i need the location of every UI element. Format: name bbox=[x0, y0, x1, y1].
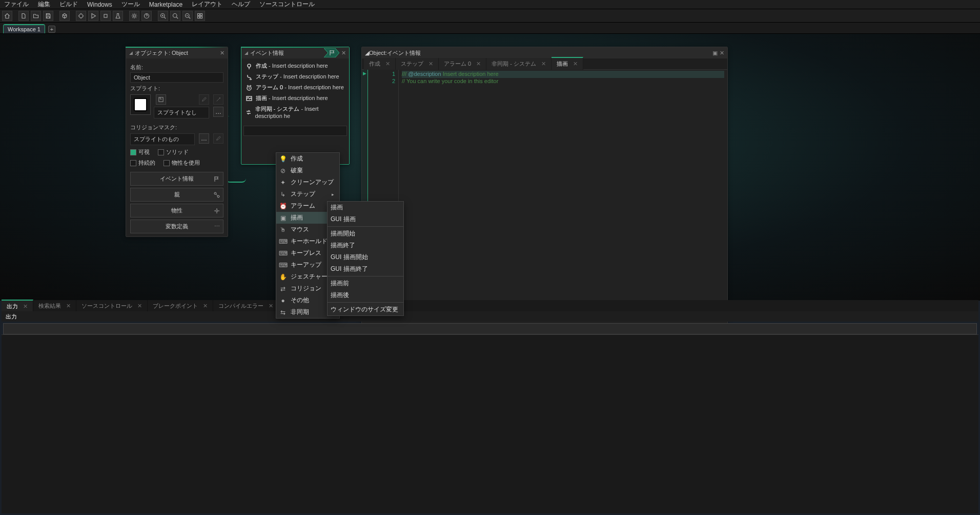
close-icon[interactable]: ✕ bbox=[269, 303, 273, 309]
sub-gui-draw[interactable]: GUI 描画 bbox=[328, 213, 403, 225]
menu-source[interactable]: ソースコントロール bbox=[259, 0, 315, 9]
visible-checkbox[interactable]: 可視 bbox=[130, 148, 150, 156]
output-body[interactable] bbox=[2, 334, 978, 513]
close-icon[interactable]: ✕ bbox=[476, 61, 481, 67]
open-button[interactable] bbox=[31, 11, 41, 21]
close-icon[interactable]: ✕ bbox=[203, 303, 208, 309]
code-editor[interactable]: /// @description Insert description here… bbox=[399, 70, 727, 313]
event-create[interactable]: 作成 - Insert description here bbox=[243, 61, 347, 71]
collision-icon: ⇄ bbox=[279, 285, 287, 292]
sprite-more-button[interactable]: … bbox=[213, 107, 223, 117]
close-icon[interactable]: ✕ bbox=[341, 50, 346, 56]
close-icon[interactable]: ✕ bbox=[23, 303, 28, 310]
code-tab-async[interactable]: 非同期 - システム✕ bbox=[486, 58, 552, 70]
events-panel-header[interactable]: ◢ イベント情報 ✕ bbox=[241, 47, 349, 58]
add-event-bar[interactable] bbox=[243, 126, 347, 136]
package-button[interactable] bbox=[59, 11, 70, 21]
close-icon[interactable]: ✕ bbox=[385, 61, 390, 67]
collapse-icon[interactable]: ◢ bbox=[365, 50, 369, 56]
close-icon[interactable]: ✕ bbox=[428, 61, 433, 67]
physics-button[interactable]: 物性 bbox=[130, 204, 223, 217]
dock-filter-input[interactable] bbox=[3, 323, 977, 334]
menu-build[interactable]: ビルド bbox=[59, 0, 78, 9]
sprite-pick-button[interactable] bbox=[213, 94, 223, 105]
code-panel-header[interactable]: ◢ Object:イベント情報 ▣ ✕ bbox=[362, 47, 727, 58]
workspace[interactable]: ◢ オブジェクト: Object ✕ 名前: Object スプライト: ス bbox=[0, 34, 980, 301]
sprite-new-button[interactable] bbox=[156, 94, 166, 105]
save-button[interactable] bbox=[43, 11, 53, 21]
zoom-reset-button[interactable] bbox=[170, 11, 180, 21]
dock-tab-source[interactable]: ソースコントロール✕ bbox=[76, 300, 148, 312]
code-tab-create[interactable]: 作成✕ bbox=[364, 58, 396, 70]
event-async[interactable]: 非同期 - システム - Insert description he bbox=[243, 104, 347, 121]
menu-edit[interactable]: 編集 bbox=[38, 0, 50, 9]
sprite-edit-button[interactable] bbox=[199, 94, 209, 105]
object-panel-header[interactable]: ◢ オブジェクト: Object ✕ bbox=[126, 47, 228, 58]
dock-tab-breakpoints[interactable]: ブレークポイント✕ bbox=[148, 300, 213, 312]
help-button[interactable] bbox=[141, 11, 152, 21]
event-step[interactable]: ステップ - Insert description here bbox=[243, 71, 347, 82]
zoom-in-button[interactable] bbox=[158, 11, 168, 21]
dock-tab-output[interactable]: 出力✕ bbox=[2, 300, 33, 312]
sub-gui-draw-end[interactable]: GUI 描画終了 bbox=[328, 263, 403, 275]
close-icon[interactable]: ✕ bbox=[137, 303, 142, 309]
sub-gui-draw-begin[interactable]: GUI 描画開始 bbox=[328, 251, 403, 263]
menu-tools[interactable]: ツール bbox=[121, 0, 140, 9]
stop-button[interactable] bbox=[100, 11, 111, 21]
sub-draw-end[interactable]: 描画終了 bbox=[328, 240, 403, 251]
object-name-input[interactable]: Object bbox=[130, 72, 223, 83]
detach-icon[interactable]: ▣ bbox=[712, 50, 718, 56]
ctx-create[interactable]: 💡作成 bbox=[276, 153, 339, 165]
sub-draw-begin[interactable]: 描画開始 bbox=[328, 228, 403, 240]
snap-button[interactable] bbox=[195, 11, 205, 21]
code-tab-step[interactable]: ステップ✕ bbox=[396, 58, 439, 70]
event-alarm[interactable]: アラーム 0 - Insert description here bbox=[243, 82, 347, 93]
solid-checkbox[interactable]: ソリッド bbox=[158, 148, 189, 156]
dock-tab-compile-errors[interactable]: コンパイルエラー✕ bbox=[213, 300, 279, 312]
close-icon[interactable]: ✕ bbox=[573, 61, 578, 67]
physics-checkbox[interactable]: 物性を使用 bbox=[164, 159, 200, 167]
code-tab-draw[interactable]: 描画✕ bbox=[552, 57, 583, 70]
sub-window-resize[interactable]: ウィンドウのサイズ変更 bbox=[328, 304, 403, 315]
events-button[interactable]: イベント情報 bbox=[130, 172, 223, 186]
sprite-name-field[interactable]: スプライトなし bbox=[154, 107, 209, 118]
sprite-thumb[interactable] bbox=[130, 94, 151, 115]
dock-tab-search[interactable]: 検索結果✕ bbox=[33, 300, 76, 312]
debug-button[interactable] bbox=[76, 11, 86, 21]
vars-button[interactable]: 変数定義⋯ bbox=[130, 220, 223, 233]
sub-post-draw[interactable]: 描画後 bbox=[328, 289, 403, 301]
collision-mask-field[interactable]: スプライトのもの bbox=[130, 133, 195, 145]
ctx-destroy[interactable]: ⊘破棄 bbox=[276, 165, 339, 176]
parent-button[interactable]: 親 bbox=[130, 188, 223, 202]
collision-more-button[interactable]: … bbox=[199, 133, 209, 144]
sub-pre-draw[interactable]: 描画前 bbox=[328, 278, 403, 289]
menu-layout[interactable]: レイアウト bbox=[192, 0, 222, 9]
menu-windows[interactable]: Windows bbox=[87, 1, 112, 8]
clean-button[interactable] bbox=[113, 11, 123, 21]
close-icon[interactable]: ✕ bbox=[220, 50, 224, 56]
ctx-cleanup[interactable]: ✦クリーンアップ bbox=[276, 176, 339, 188]
collapse-icon[interactable]: ◢ bbox=[244, 50, 248, 55]
collision-edit-button[interactable] bbox=[213, 133, 223, 144]
close-icon[interactable]: ✕ bbox=[66, 303, 71, 309]
close-icon[interactable]: ✕ bbox=[541, 61, 546, 67]
add-workspace-button[interactable]: + bbox=[48, 26, 55, 33]
settings-button[interactable] bbox=[129, 11, 139, 21]
menu-marketplace[interactable]: Marketplace bbox=[149, 1, 182, 8]
collapse-icon[interactable]: ◢ bbox=[129, 50, 133, 55]
zoom-out-button[interactable] bbox=[182, 11, 193, 21]
ctx-step[interactable]: ↳ステップ▸ bbox=[276, 188, 339, 200]
event-draw[interactable]: 描画 - Insert description here bbox=[243, 93, 347, 104]
persistent-checkbox[interactable]: 持続的 bbox=[130, 159, 155, 167]
svg-point-2 bbox=[133, 14, 136, 17]
workspace-tab[interactable]: Workspace 1 bbox=[3, 24, 45, 33]
new-button[interactable] bbox=[18, 11, 29, 21]
code-tabs: 作成✕ ステップ✕ アラーム 0✕ 非同期 - システム✕ 描画✕ bbox=[362, 58, 727, 70]
close-icon[interactable]: ✕ bbox=[720, 50, 724, 56]
home-button[interactable] bbox=[2, 11, 12, 21]
sub-draw[interactable]: 描画 bbox=[328, 202, 403, 213]
menu-file[interactable]: ファイル bbox=[4, 0, 29, 9]
menu-help[interactable]: ヘルプ bbox=[232, 0, 250, 9]
run-button[interactable] bbox=[88, 11, 98, 21]
code-tab-alarm[interactable]: アラーム 0✕ bbox=[439, 58, 486, 70]
